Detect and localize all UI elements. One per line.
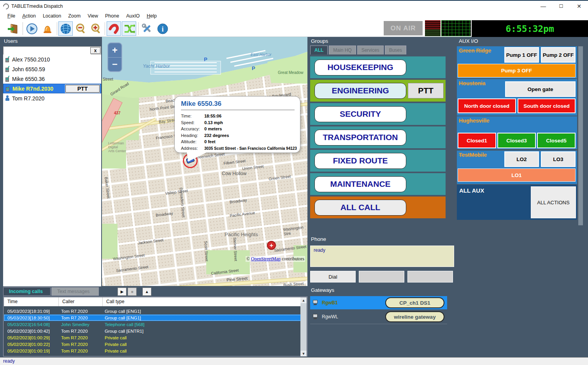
gateway-channel-button[interactable]: wireline gateway [385, 311, 444, 322]
call-row-selected[interactable]: 05/03/2023[18:30:50]Tom R7.2020Group cal… [4, 314, 301, 321]
map-zoom-out-button[interactable]: − [108, 58, 121, 72]
groups-tab-main-hq[interactable]: Main HQ [329, 46, 356, 54]
groups-panel-title: Groups [310, 37, 455, 45]
aux-section-hughesville: Hughesville Closed1 Closed3 Closed5 [457, 116, 577, 149]
menu-help[interactable]: Help [143, 12, 160, 19]
map[interactable]: Yacht Harbor East Harbor Great Meadow Ma… [102, 37, 307, 286]
user-ptt-button[interactable]: PTT [65, 85, 100, 93]
signal-scope [441, 20, 471, 36]
aux-button[interactable]: Open gate [505, 81, 576, 97]
menu-zoom[interactable]: Zoom [65, 12, 84, 19]
aux-button[interactable]: Closed1 [458, 133, 496, 148]
minimize-button[interactable]: — [534, 1, 552, 12]
stop-call-button[interactable]: ■ [128, 288, 137, 296]
menu-auxio[interactable]: AuxIO [123, 12, 143, 19]
radio-user-icon [5, 66, 10, 72]
groups-tab-all[interactable]: ALL [310, 46, 328, 54]
call-row[interactable]: 05/02/2023[01:00:29]Tom R7.2020Private c… [4, 334, 301, 341]
group-row-active: ENGINEERING PTT [310, 80, 446, 102]
group-row: HOUSEKEEPING [310, 56, 446, 78]
menu-file[interactable]: File [4, 12, 19, 19]
groups-panel: Groups ALL Main HQ Services Buses HOUSEK… [310, 37, 455, 233]
aux-button[interactable]: LO2 [504, 151, 539, 167]
user-search-clear-button[interactable]: x [90, 47, 100, 54]
status-bar: ready [0, 357, 588, 365]
maximize-button[interactable]: ☐ [552, 1, 570, 12]
menu-view[interactable]: View [84, 12, 102, 19]
user-list-item[interactable]: Mike 6550.36 [3, 74, 101, 84]
tab-text-messages[interactable]: Text messages [51, 287, 99, 296]
aux-button[interactable]: Pump 2 OFF [541, 47, 576, 63]
aux-button[interactable]: Pump 3 OFF [458, 64, 576, 77]
dial-button[interactable]: Dial [310, 271, 356, 283]
group-button[interactable]: MAINTENANCE [314, 176, 406, 192]
menu-phone[interactable]: Phone [102, 12, 123, 19]
user-list-item[interactable]: Alex 7550.2010 [3, 54, 101, 64]
group-button[interactable]: ENGINEERING [314, 83, 406, 99]
phone-button-2[interactable] [359, 271, 404, 283]
call-row[interactable]: 05/02/2023[01:00:19]Tom R7.2020Private c… [4, 347, 301, 354]
info-icon[interactable]: i [155, 21, 170, 36]
play-icon[interactable] [25, 21, 39, 36]
close-button[interactable]: ✕ [570, 1, 588, 12]
aux-button[interactable]: South door closed [518, 98, 576, 113]
group-button[interactable]: SECURITY [314, 106, 406, 122]
group-button[interactable]: FIXED ROUTE [314, 153, 406, 169]
gateways-panel: Gateways RgwB1 CP_ch1 DS1 RgwWL wireline… [310, 286, 455, 356]
phone-button-3[interactable] [407, 271, 453, 283]
aux-button[interactable]: Closed5 [537, 133, 576, 148]
aux-button[interactable]: Closed3 [497, 133, 536, 148]
calls-scrollbar[interactable]: ▲▼ [300, 297, 307, 356]
scroll-down-arrow[interactable]: ▼ [300, 351, 307, 356]
group-button[interactable]: HOUSEKEEPING [314, 60, 406, 75]
aux-button[interactable]: Pump 1 OFF [504, 47, 539, 63]
call-row[interactable]: 05/02/2023[01:00:42]Tom R7.2020Group cal… [4, 328, 301, 334]
groups-tab-buses[interactable]: Buses [385, 46, 406, 54]
scroll-up-arrow[interactable]: ▲ [300, 297, 307, 303]
exit-icon[interactable] [5, 21, 20, 36]
group-button[interactable]: ALL CALL [314, 200, 406, 216]
user-list-item[interactable]: Tom R7.2020 [3, 93, 101, 103]
aux-button[interactable]: LO1 [458, 168, 576, 182]
alert-icon[interactable] [40, 21, 54, 36]
groups-tab-services[interactable]: Services [357, 46, 384, 54]
user-list-item-selected[interactable]: Mike R7nd.2030 PTT [3, 84, 101, 93]
patch-icon[interactable] [122, 21, 136, 36]
aux-scrollbar[interactable] [578, 46, 583, 225]
group-button[interactable]: TRANSPORTATION [314, 130, 406, 146]
zoom-in-icon[interactable] [89, 21, 103, 36]
calls-table-header: Time Caller Call type [4, 297, 301, 306]
phone-icon[interactable] [107, 21, 121, 36]
group-row: FIXED ROUTE [310, 150, 446, 172]
app-icon [2, 2, 10, 10]
all-actions-button[interactable]: ALL ACTIONS [531, 186, 576, 218]
call-row[interactable]: 05/03/2023[18:31:09]Tom R7.2020Group cal… [4, 308, 301, 314]
group-ptt-button[interactable]: PTT [408, 83, 444, 98]
call-row[interactable]: 05/03/2023[16:54:08]John SmedleyTelephon… [4, 321, 301, 328]
users-panel: Users x Alex 7550.2010 John 6550.59 Mike… [3, 37, 101, 287]
gateway-row[interactable]: RgwWL wireline gateway [310, 310, 447, 323]
aux-button[interactable]: LO3 [541, 151, 576, 167]
menu-location[interactable]: Location [39, 12, 65, 19]
aux-section-houstonia: Houstonia Open gate North door closed So… [457, 79, 577, 116]
raise-panel-button[interactable]: ▲ [142, 288, 151, 296]
tools-icon[interactable] [140, 21, 154, 36]
tab-incoming-calls[interactable]: Incoming calls [3, 287, 51, 296]
group-row: TRANSPORTATION [310, 126, 446, 148]
user-search-input[interactable] [4, 47, 91, 54]
gateway-row-selected[interactable]: RgwB1 CP_ch1 DS1 [310, 296, 447, 309]
call-row[interactable]: 05/02/2023[01:00:22]Tom R7.2020Private c… [4, 341, 301, 347]
openstreetmap-link[interactable]: OpenStreetMap [251, 256, 281, 261]
user-list-item[interactable]: John 6550.59 [3, 64, 101, 74]
on-air-button[interactable]: ON AIR [384, 21, 423, 35]
map-zoom-in-button[interactable]: + [108, 43, 121, 58]
globe-icon[interactable] [58, 21, 73, 36]
menu-action[interactable]: Action [19, 12, 39, 19]
play-call-button[interactable]: ▶ [118, 288, 126, 296]
gateway-channel-button[interactable]: CP_ch1 DS1 [385, 297, 444, 308]
aux-button[interactable]: North door closed [458, 98, 516, 113]
vu-meter [425, 20, 441, 36]
users-panel-title: Users [3, 37, 101, 45]
svg-text:i: i [161, 25, 163, 33]
zoom-out-icon[interactable] [74, 21, 88, 36]
